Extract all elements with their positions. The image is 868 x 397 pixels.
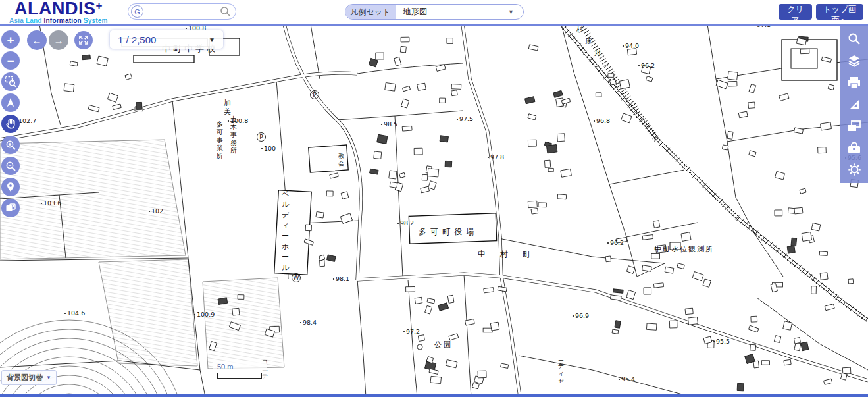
svg-text:町: 町 (442, 227, 451, 236)
svg-text:所: 所 (705, 245, 713, 253)
svg-text:P: P (259, 134, 263, 140)
point-select-button[interactable] (1, 178, 20, 196)
cascade-windows-icon (848, 120, 861, 132)
arrow-left-icon: ← (32, 36, 42, 45)
svg-text:96.8: 96.8 (596, 117, 610, 124)
navigate-button[interactable] (1, 93, 20, 112)
scale-value: 1 / 2,500 (118, 34, 156, 45)
background-switch-button[interactable]: 背景図切替 ▼ (1, 370, 57, 385)
svg-text:98.1: 98.1 (336, 275, 349, 282)
svg-text:ィ: ィ (558, 370, 564, 377)
svg-text:ィ: ィ (282, 221, 289, 230)
svg-text:97.2: 97.2 (406, 328, 420, 335)
printer-icon (848, 76, 861, 89)
logo-title: ALANDIS (14, 0, 96, 18)
magnifier-box-icon (5, 76, 16, 88)
strip-measure-button[interactable] (844, 95, 865, 113)
svg-text:P: P (313, 92, 317, 98)
history-back-button[interactable]: ← (27, 30, 47, 50)
svg-text:ー: ー (282, 232, 289, 240)
top-screen-button[interactable]: トップ画面へ (816, 4, 863, 20)
svg-text:98.4: 98.4 (303, 319, 317, 326)
search-box: G (128, 3, 236, 20)
layers-icon (848, 54, 861, 67)
gear-icon (848, 163, 861, 176)
svg-text:103.6: 103.6 (43, 199, 61, 207)
svg-text:ー: ー (282, 253, 289, 261)
svg-text:位: 位 (680, 245, 687, 253)
zoom-out-rect-button[interactable] (1, 157, 20, 175)
clear-button[interactable]: クリア (779, 4, 812, 20)
svg-text:務: 務 (230, 139, 237, 146)
pan-button[interactable] (1, 115, 20, 133)
magnifier-plus-icon (5, 140, 16, 151)
svg-text:デ: デ (282, 211, 290, 219)
legend-set-control: 凡例セット 地形図 ▼ (345, 4, 524, 20)
history-forward-button[interactable]: → (49, 30, 68, 50)
top-bar: ALANDIS+ Asia Land Information System G … (0, 0, 868, 26)
svg-text:観: 観 (688, 245, 696, 253)
svg-text:川: 川 (594, 49, 601, 57)
strip-windows-button[interactable] (844, 118, 865, 135)
clip-map-button[interactable] (1, 199, 20, 217)
svg-text:97.8: 97.8 (490, 153, 504, 161)
svg-text:98.2: 98.2 (400, 219, 414, 226)
arrow-right-icon: → (54, 36, 64, 45)
zoom-out-button[interactable]: − (1, 51, 20, 70)
search-magnifier-icon[interactable] (220, 6, 231, 17)
svg-text:テ: テ (558, 363, 564, 369)
strip-search-button[interactable] (844, 30, 865, 47)
svg-text:ベ: ベ (282, 190, 289, 198)
strip-layers-button[interactable] (844, 52, 865, 69)
svg-text:加: 加 (224, 99, 231, 107)
svg-text:96.2: 96.2 (641, 62, 655, 69)
zoom-extent-button[interactable] (1, 72, 20, 91)
background-switch-label: 背景図切替 (7, 373, 43, 383)
svg-text:ホ: ホ (282, 242, 289, 251)
scale-select[interactable]: 1 / 2,500 ▼ (110, 30, 223, 49)
svg-text:業: 業 (216, 144, 223, 151)
strip-print-button[interactable] (844, 74, 865, 91)
svg-text:多: 多 (419, 227, 426, 236)
fullscreen-button[interactable] (74, 31, 93, 49)
logo-subtitle: Asia Land Information System (9, 18, 108, 24)
strip-tools-button[interactable] (844, 140, 865, 157)
svg-text:W: W (294, 275, 299, 281)
svg-text:ル: ル (282, 263, 290, 272)
magnifier-minus-icon (5, 161, 16, 172)
toolbox-icon (848, 142, 861, 154)
svg-text:教: 教 (338, 153, 344, 159)
map-canvas[interactable]: PPW 中町中学校加美多可事業所土木事務所ベルディーホール多可町役場中村町中町水… (0, 0, 868, 397)
hand-icon (5, 119, 16, 129)
svg-text:測: 測 (697, 245, 704, 253)
svg-text:中: 中 (654, 245, 661, 253)
svg-text:園: 園 (444, 340, 451, 349)
scale-bar: 50 m (213, 361, 267, 381)
plus-icon: + (7, 34, 14, 46)
svg-text:会: 会 (338, 160, 344, 167)
zoom-in-button[interactable]: + (1, 30, 20, 49)
svg-text:所: 所 (217, 152, 223, 159)
strip-settings-button[interactable] (844, 161, 865, 178)
chevron-down-icon: ▼ (209, 36, 215, 43)
expand-arrows-icon (78, 35, 89, 45)
map-clip-icon (5, 203, 16, 214)
svg-text:95.5: 95.5 (716, 338, 730, 345)
svg-text:役: 役 (454, 227, 462, 236)
svg-text:場: 場 (466, 227, 474, 236)
triangle-ruler-icon (848, 98, 861, 111)
legend-set-value: 地形図 (403, 7, 428, 18)
zoom-in-rect-button[interactable] (1, 136, 20, 154)
search-input[interactable] (143, 7, 220, 16)
navigation-arrow-icon (5, 97, 16, 108)
chevron-down-icon: ▼ (508, 9, 514, 15)
svg-text:所: 所 (230, 147, 237, 154)
svg-text:94.0: 94.0 (625, 42, 639, 49)
legend-set-label: 凡例セット (345, 5, 396, 19)
legend-set-select[interactable]: 地形図 ▼ (396, 5, 523, 19)
svg-text:セ: セ (558, 377, 564, 384)
svg-text:町: 町 (523, 250, 531, 259)
svg-text:102.7: 102.7 (18, 117, 36, 124)
svg-text:原: 原 (585, 38, 592, 45)
svg-text:96.2: 96.2 (610, 239, 624, 246)
